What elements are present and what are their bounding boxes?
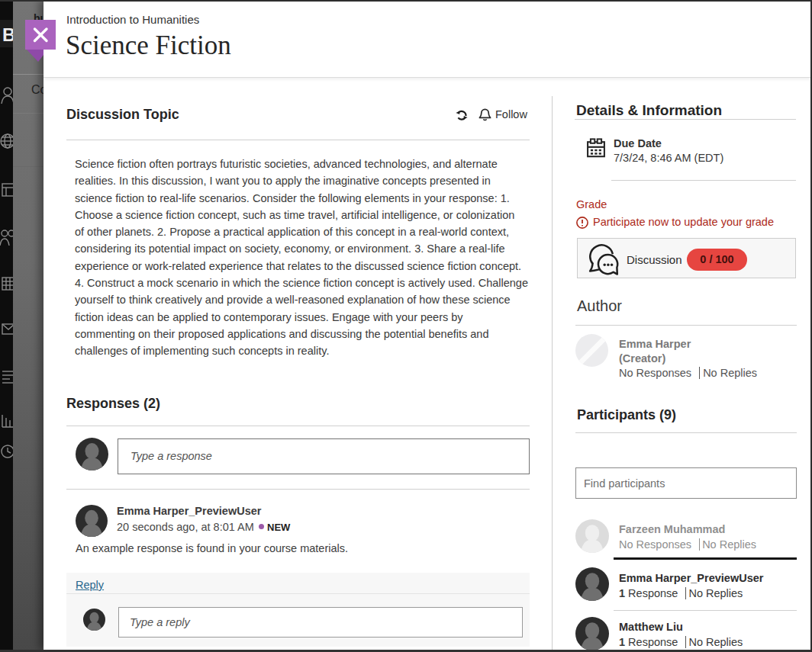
svg-text:B: B: [2, 24, 13, 45]
